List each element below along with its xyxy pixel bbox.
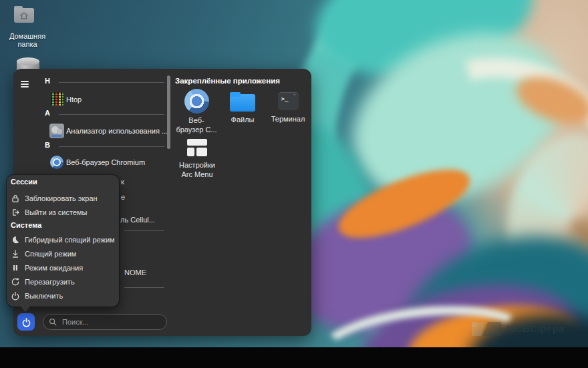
menu-item-lock-screen[interactable]: Заблокировать экран xyxy=(11,192,111,204)
menu-item-disk-analyzer[interactable]: Анализатор использования ... xyxy=(66,124,168,138)
pinned-app-label: Настройки xyxy=(174,161,220,170)
pinned-apps-header: Закреплённые приложения xyxy=(175,77,309,85)
terminal-icon xyxy=(278,92,299,110)
distro-watermark: МСВСфера xyxy=(472,321,588,338)
arcmenu-settings-icon xyxy=(186,138,208,158)
chromium-icon xyxy=(184,89,209,114)
menu-item-htop[interactable]: Htop xyxy=(66,93,82,106)
restart-icon xyxy=(11,277,20,287)
menu-item-restart[interactable]: Перезагрузить xyxy=(11,276,111,288)
watermark-text: МСВСфера xyxy=(506,323,565,334)
menu-item-label: Гибридный спящий режим xyxy=(25,236,115,244)
menu-item-label: Выключить xyxy=(25,292,63,300)
pinned-app-label: Файлы xyxy=(220,116,265,125)
system-header: Система xyxy=(11,221,111,230)
menu-item-chromium[interactable]: Веб-браузер Chromium xyxy=(66,156,145,169)
section-divider xyxy=(59,82,164,83)
menu-item-standby[interactable]: Режим ожидания xyxy=(11,262,111,274)
menu-item-label: Перезагрузить xyxy=(25,278,75,286)
desktop-icon-home-folder[interactable]: Домашняя папка xyxy=(5,4,49,45)
pinned-app-label: Arc Menu xyxy=(174,170,220,180)
menu-item-label: Заблокировать экран xyxy=(25,194,98,202)
menu-item-label: Выйти из системы xyxy=(25,208,88,216)
pinned-app-chromium[interactable]: Веб- браузер C... xyxy=(174,89,219,134)
section-divider xyxy=(59,114,164,115)
pinned-app-label: Веб- xyxy=(174,116,219,126)
section-divider xyxy=(59,146,164,147)
menu-hamburger-icon[interactable] xyxy=(21,81,29,87)
disk-usage-analyzer-icon[interactable] xyxy=(49,124,64,138)
menu-item-hybrid-sleep[interactable]: Гибридный спящий режим xyxy=(11,234,111,246)
lock-icon xyxy=(11,194,20,203)
menu-item-label: Спящий режим xyxy=(25,250,76,258)
taskbar xyxy=(0,347,588,368)
section-letter-b: B xyxy=(45,141,55,150)
occluded-item-fragment: к xyxy=(121,178,124,186)
menu-item-logout[interactable]: Выйти из системы xyxy=(11,206,111,218)
power-icon xyxy=(21,317,31,327)
menu-item-label: Режим ожидания xyxy=(25,264,83,272)
msvsfera-logo-icon xyxy=(472,322,502,336)
pause-icon xyxy=(11,263,20,272)
section-divider xyxy=(124,287,164,288)
pinned-app-files[interactable]: Файлы xyxy=(220,89,265,125)
section-letter-a: A xyxy=(45,109,55,118)
pinned-app-label: браузер C... xyxy=(174,126,219,135)
search-icon xyxy=(49,318,57,326)
search-field[interactable] xyxy=(43,314,167,330)
menu-item-sleep[interactable]: Спящий режим xyxy=(11,248,111,260)
popup-tail xyxy=(20,306,31,312)
disk-icon xyxy=(17,57,39,65)
home-icon-label: Домашняя папка xyxy=(5,32,49,48)
occluded-item-fragment: ль Cellul... xyxy=(120,216,155,224)
section-divider xyxy=(124,230,164,231)
htop-icon[interactable] xyxy=(51,92,64,106)
pinned-scrollbar[interactable] xyxy=(167,75,170,149)
pinned-app-arcmenu-settings[interactable]: Настройки Arc Menu xyxy=(174,136,220,179)
pinned-app-terminal[interactable]: Терминал xyxy=(265,89,311,124)
sessions-header: Сессии xyxy=(11,178,111,187)
occluded-item-fragment: NOME xyxy=(124,268,146,277)
occluded-item-fragment: е xyxy=(121,193,125,201)
folder-icon xyxy=(230,92,255,112)
moon-icon xyxy=(11,235,20,244)
menu-item-shutdown[interactable]: Выключить xyxy=(11,290,111,302)
pinned-app-label: Терминал xyxy=(265,115,311,124)
chromium-icon[interactable] xyxy=(50,156,63,169)
section-letter-h: H xyxy=(45,77,55,86)
logout-icon xyxy=(11,208,20,217)
power-menu-button[interactable] xyxy=(17,313,35,331)
search-input[interactable] xyxy=(61,317,157,327)
power-icon xyxy=(11,291,20,301)
sleep-icon xyxy=(11,249,20,258)
home-icon xyxy=(19,11,29,20)
desktop-screen: МСВСфера Домашняя папка H Htop A Анализа… xyxy=(0,0,588,368)
